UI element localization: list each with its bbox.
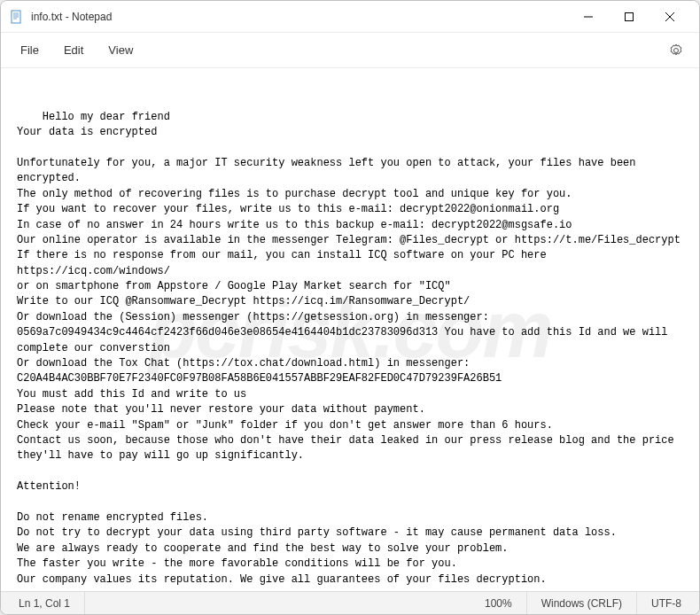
menu-view[interactable]: View: [96, 38, 145, 62]
svg-rect-6: [626, 12, 634, 20]
menubar: File Edit View: [1, 33, 699, 68]
minimize-button[interactable]: [568, 3, 609, 31]
window-controls: [568, 3, 690, 31]
menu-edit[interactable]: Edit: [51, 38, 96, 62]
status-zoom[interactable]: 100%: [471, 592, 527, 614]
settings-button[interactable]: [660, 35, 692, 66]
notepad-window: info.txt - Notepad File Edit View pcrisk…: [0, 0, 700, 615]
notepad-icon: [10, 10, 24, 24]
document-text: Hello my dear friend Your data is encryp…: [17, 111, 681, 591]
close-button[interactable]: [649, 3, 690, 31]
menu-file[interactable]: File: [8, 38, 51, 62]
text-area[interactable]: pcrisk.com Hello my dear friend Your dat…: [1, 68, 699, 591]
status-encoding: UTF-8: [637, 592, 696, 614]
statusbar: Ln 1, Col 1 100% Windows (CRLF) UTF-8: [1, 591, 699, 614]
status-lineending: Windows (CRLF): [527, 592, 637, 614]
gear-icon: [669, 43, 683, 58]
titlebar: info.txt - Notepad: [1, 1, 699, 33]
maximize-button[interactable]: [609, 3, 649, 31]
status-position: Ln 1, Col 1: [4, 592, 85, 614]
window-title: info.txt - Notepad: [31, 11, 568, 23]
